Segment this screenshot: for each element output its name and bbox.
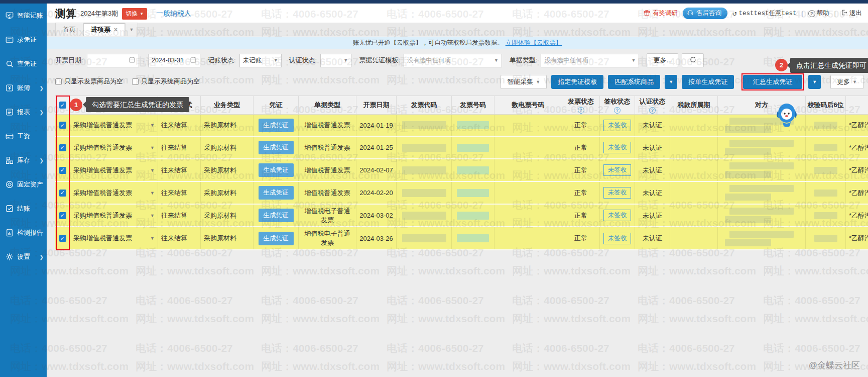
sidebar-item-payroll[interactable]: 工资	[0, 124, 47, 148]
switch-period-button[interactable]: 切换▼	[122, 8, 147, 20]
summary-generate-button[interactable]: 汇总生成凭证	[743, 75, 802, 89]
table-row: ✓采购增值税普通发票▼往来结算采购原材料生成凭证增值税普通发票2024-01-1…	[55, 115, 868, 137]
tab-home[interactable]: 首页	[55, 23, 83, 36]
row-checkbox[interactable]: ✓	[55, 205, 70, 226]
chevron-down-icon: ▼	[150, 213, 155, 218]
show-empty-system-goods-checkbox[interactable]: 只显示系统商品为空	[132, 77, 200, 86]
redacted-value	[457, 166, 489, 174]
booking-status-select[interactable]: 未记账 ▼	[239, 54, 282, 67]
template-cell-dropdown[interactable]: 采购增值税普通发票▼	[70, 227, 158, 249]
generate-voucher-button[interactable]: 生成凭证	[259, 119, 294, 132]
main-area: 测算 2024年第3期 切换▼ 一般纳税人 有奖调研 售后咨询 ↺ testte…	[47, 4, 868, 377]
help-icon[interactable]: ?	[649, 107, 656, 114]
template-filter-select[interactable]: 没有选中任何项 ▼	[404, 54, 502, 67]
template-cell-dropdown[interactable]: 采购增值税普通发票▼	[70, 159, 158, 181]
generate-voucher-button[interactable]: 生成凭证	[259, 141, 294, 154]
tab-bar: 首页 进项票 × ▼	[47, 23, 868, 36]
calendar-icon[interactable]	[190, 56, 197, 64]
doc-type-filter-select[interactable]: 没有选中任何项 ▼	[541, 54, 639, 67]
match-goods-button[interactable]: 匹配系统商品	[608, 75, 660, 89]
checkbox-icon[interactable]	[132, 78, 139, 85]
per-doc-generate-button[interactable]: 按单生成凭证	[682, 75, 734, 89]
step-1-badge: 1	[70, 99, 82, 111]
chevron-right-icon: ❯	[40, 85, 44, 91]
template-cell-dropdown[interactable]: 采购增值税普通发票▼	[70, 137, 158, 158]
smart-collect-button[interactable]: 智能采集▼	[501, 75, 547, 89]
tax-period-cell	[670, 159, 718, 181]
checked-checkbox-icon[interactable]: ✓	[59, 144, 66, 151]
help-icon[interactable]: ?	[578, 107, 584, 114]
sign-status-badge: 未签收	[603, 187, 632, 199]
sidebar-item-label: 录凭证	[17, 35, 37, 44]
date-from-input[interactable]	[87, 54, 139, 67]
show-empty-invoice-goods-checkbox[interactable]: 只显示发票商品为空	[55, 77, 123, 86]
after-sales-support-button[interactable]: 售后咨询	[683, 8, 727, 19]
help-icon[interactable]: ?	[614, 107, 621, 114]
assistant-mascot-icon[interactable]	[776, 101, 798, 129]
generate-voucher-button[interactable]: 生成凭证	[259, 232, 294, 245]
product-name-cell: *乙醇汽油*92号 车用乙醇汽油	[846, 182, 868, 204]
logout-link[interactable]: 退出	[841, 9, 862, 18]
row-checkbox[interactable]: ✓	[55, 182, 70, 204]
match-goods-dropdown-button[interactable]: ▼	[665, 75, 677, 89]
sidebar-item-smart-accounting[interactable]: 智能记账	[0, 4, 47, 28]
checkbox-icon[interactable]	[55, 78, 62, 85]
tab-input-invoices[interactable]: 进项票 ×	[83, 23, 125, 36]
sidebar: 智能记账录凭证查凭证账簿❯报表❯工资库存❯固定资产结账检测报告设置❯	[0, 4, 47, 377]
redacted-value	[814, 122, 837, 129]
sidebar-item-label: 检测报告	[17, 228, 43, 237]
sidebar-item-voucher-entry[interactable]: 录凭证	[0, 28, 47, 52]
account-menu[interactable]: ↺ testtest任意test	[732, 9, 796, 18]
redacted-value	[725, 239, 771, 246]
invoice-code-cell	[397, 227, 452, 249]
generate-voucher-button[interactable]: 生成凭证	[259, 163, 294, 177]
generate-voucher-button[interactable]: 生成凭证	[259, 209, 294, 222]
sidebar-item-label: 工资	[17, 132, 30, 141]
checked-checkbox-icon[interactable]: ✓	[59, 122, 66, 129]
summary-generate-dropdown-button[interactable]: ▼	[808, 75, 821, 89]
sidebar-item-ledger[interactable]: 账簿❯	[0, 76, 47, 100]
refresh-button[interactable]	[682, 53, 704, 67]
sidebar-item-inspection-report[interactable]: 检测报告	[0, 221, 47, 245]
help-link[interactable]: ? 帮助	[808, 9, 829, 18]
row-checkbox[interactable]: ✓	[55, 227, 70, 249]
sidebar-item-voucher-search[interactable]: 查凭证	[0, 52, 47, 76]
template-cell-dropdown[interactable]: 采购增值税普通发票▼	[70, 115, 158, 136]
sidebar-item-settings[interactable]: 设置❯	[0, 245, 47, 269]
page-title: 测算	[55, 7, 76, 21]
survey-link[interactable]: 有奖调研	[643, 9, 678, 18]
cert-status-select[interactable]: ▼	[320, 54, 351, 67]
checked-checkbox-icon[interactable]: ✓	[59, 212, 66, 219]
generate-voucher-button[interactable]: 生成凭证	[259, 186, 294, 200]
invoice-number-cell	[452, 159, 494, 181]
voucher-cell: 生成凭证	[254, 182, 299, 204]
tab-list-dropdown[interactable]: ▼	[125, 23, 138, 36]
checked-checkbox-icon[interactable]: ✓	[59, 235, 66, 242]
date-to-input[interactable]: 2024-03-31	[148, 54, 200, 67]
template-cell-dropdown[interactable]: 采购增值税普通发票▼	[70, 182, 158, 204]
assign-template-button[interactable]: 指定凭证模板	[551, 75, 603, 89]
checked-checkbox-icon[interactable]: ✓	[59, 102, 66, 109]
sidebar-item-reports[interactable]: 报表❯	[0, 100, 47, 124]
sidebar-item-closing[interactable]: 结账	[0, 197, 47, 221]
template-cell-dropdown[interactable]: 采购增值税普通发票▼	[70, 205, 158, 226]
doc-type-cell: 增值税普通发票	[299, 137, 356, 158]
checked-checkbox-icon[interactable]: ✓	[59, 167, 66, 174]
sidebar-item-fixed-assets[interactable]: 固定资产	[0, 172, 47, 197]
sidebar-item-inventory[interactable]: 库存❯	[0, 148, 47, 172]
row-checkbox[interactable]: ✓	[55, 115, 70, 136]
step-1-tooltip: 勾选需要汇总生成凭证的发票	[86, 97, 189, 112]
digital-invoice-number-cell	[494, 205, 562, 226]
more-filters-button[interactable]: 更多...	[647, 53, 678, 67]
row-checkbox[interactable]: ✓	[55, 159, 70, 181]
try-cloud-invoice-link[interactable]: 立即体验【云取票】	[506, 39, 562, 47]
more-actions-button[interactable]: 更多▼	[830, 75, 863, 89]
check-code-cell	[806, 137, 846, 158]
sidebar-item-label: 查凭证	[17, 59, 37, 68]
invoice-date-cell: 2024-03-26	[356, 227, 397, 249]
select-all-checkbox[interactable]: ✓	[55, 96, 70, 114]
close-tab-icon[interactable]: ×	[114, 26, 117, 33]
calendar-icon[interactable]	[129, 56, 136, 64]
row-checkbox[interactable]: ✓	[55, 137, 70, 158]
checked-checkbox-icon[interactable]: ✓	[59, 190, 66, 197]
